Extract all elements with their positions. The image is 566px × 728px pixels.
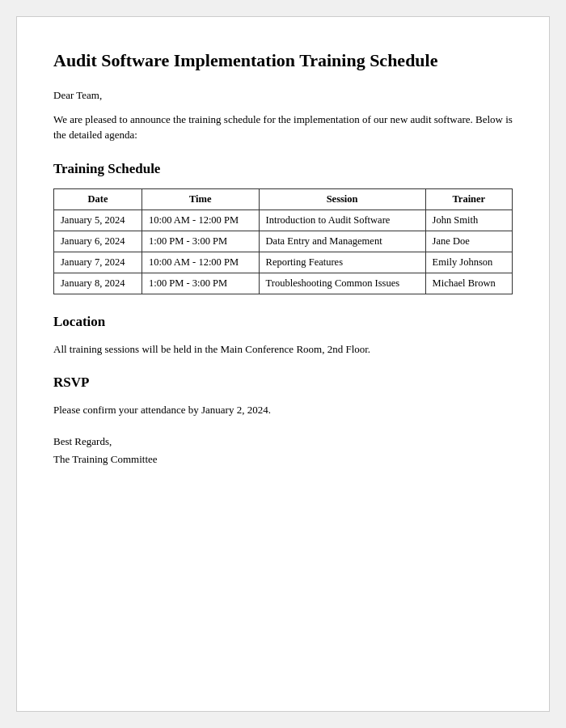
table-row: January 8, 20241:00 PM - 3:00 PMTroubles… — [54, 273, 513, 294]
signoff-line2: The Training Committee — [53, 451, 513, 468]
col-header-time: Time — [142, 188, 259, 210]
document-page: Audit Software Implementation Training S… — [16, 16, 550, 712]
cell-trainer: Jane Doe — [425, 231, 512, 252]
table-row: January 5, 202410:00 AM - 12:00 PMIntrod… — [54, 210, 513, 231]
rsvp-text: Please confirm your attendance by Januar… — [53, 402, 513, 418]
table-row: January 7, 202410:00 AM - 12:00 PMReport… — [54, 252, 513, 273]
col-header-trainer: Trainer — [425, 188, 512, 210]
cell-date: January 8, 2024 — [54, 273, 142, 294]
cell-date: January 6, 2024 — [54, 231, 142, 252]
cell-trainer: Emily Johnson — [425, 252, 512, 273]
cell-time: 10:00 AM - 12:00 PM — [142, 252, 259, 273]
cell-session: Introduction to Audit Software — [259, 210, 425, 231]
table-header-row: Date Time Session Trainer — [54, 188, 513, 210]
document-title: Audit Software Implementation Training S… — [53, 49, 513, 73]
training-section-heading: Training Schedule — [53, 161, 513, 177]
cell-trainer: John Smith — [425, 210, 512, 231]
location-heading: Location — [53, 314, 513, 330]
rsvp-heading: RSVP — [53, 375, 513, 391]
cell-time: 10:00 AM - 12:00 PM — [142, 210, 259, 231]
cell-time: 1:00 PM - 3:00 PM — [142, 231, 259, 252]
cell-date: January 7, 2024 — [54, 252, 142, 273]
cell-time: 1:00 PM - 3:00 PM — [142, 273, 259, 294]
col-header-session: Session — [259, 188, 425, 210]
cell-session: Reporting Features — [259, 252, 425, 273]
signoff-line1: Best Regards, — [53, 433, 513, 451]
intro-text: We are pleased to announce the training … — [53, 112, 513, 143]
training-schedule-table: Date Time Session Trainer January 5, 202… — [53, 188, 513, 294]
cell-date: January 5, 2024 — [54, 210, 142, 231]
cell-session: Troubleshooting Common Issues — [259, 273, 425, 294]
col-header-date: Date — [54, 188, 142, 210]
greeting-text: Dear Team, — [53, 89, 513, 102]
sign-off-block: Best Regards, The Training Committee — [53, 433, 513, 468]
cell-trainer: Michael Brown — [425, 273, 512, 294]
location-text: All training sessions will be held in th… — [53, 341, 513, 358]
cell-session: Data Entry and Management — [259, 231, 425, 252]
table-row: January 6, 20241:00 PM - 3:00 PMData Ent… — [54, 231, 513, 252]
